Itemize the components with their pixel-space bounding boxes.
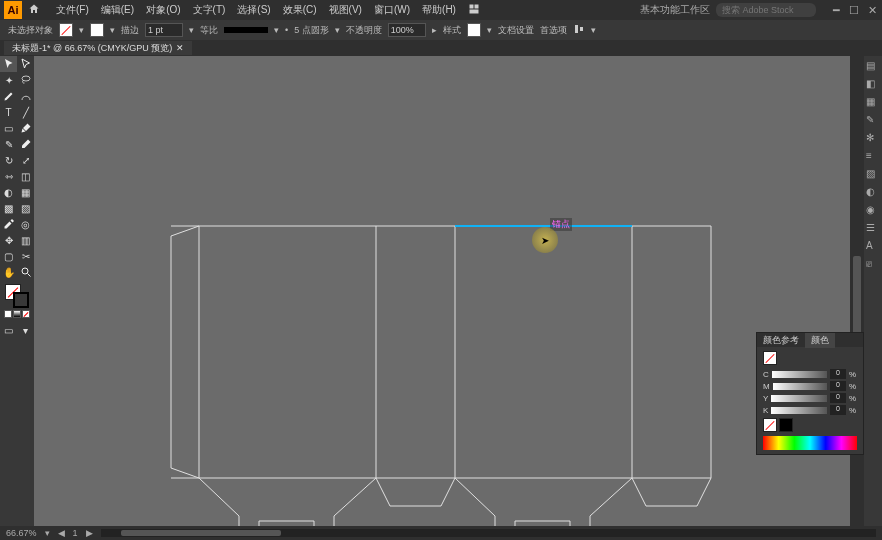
channel-y-slider[interactable] xyxy=(771,395,827,402)
panel-icon-libraries[interactable]: ◧ xyxy=(866,78,880,92)
channel-c-value[interactable]: 0 xyxy=(830,369,846,379)
window-close-icon[interactable]: ✕ xyxy=(866,4,878,16)
tab-close-icon[interactable]: ✕ xyxy=(176,43,184,53)
tool-type[interactable]: T xyxy=(0,104,17,120)
tool-artboard[interactable]: ▢ xyxy=(0,248,17,264)
tool-paintbrush[interactable] xyxy=(17,120,34,136)
tool-zoom[interactable] xyxy=(17,264,34,280)
scrollbar-horizontal-thumb[interactable] xyxy=(121,530,281,536)
scrollbar-horizontal[interactable] xyxy=(101,529,876,537)
panel-icon-gradient[interactable]: ▨ xyxy=(866,168,880,182)
color-panel-tab-guide[interactable]: 颜色参考 xyxy=(757,333,805,348)
document-tab[interactable]: 未标题-1* @ 66.67% (CMYK/GPU 预览) ✕ xyxy=(4,41,192,55)
stroke-indicator[interactable] xyxy=(13,292,29,308)
panel-icon-layers[interactable]: ☰ xyxy=(866,222,880,236)
tool-shape-builder[interactable]: ◐ xyxy=(0,184,17,200)
tool-mesh[interactable]: ▩ xyxy=(0,200,17,216)
canvas[interactable]: 锚点 ➤ xyxy=(34,56,850,526)
tool-column-graph[interactable]: ▥ xyxy=(17,232,34,248)
menu-object[interactable]: 对象(O) xyxy=(140,1,186,19)
stroke-weight-input[interactable] xyxy=(145,23,183,37)
preferences-button[interactable]: 首选项 xyxy=(540,24,567,37)
channel-m-value[interactable]: 0 xyxy=(830,381,846,391)
tool-blend[interactable]: ◎ xyxy=(17,216,34,232)
cp-fill-swatch[interactable] xyxy=(763,351,777,365)
style-swatch[interactable] xyxy=(467,23,481,37)
tool-shaper[interactable]: ✎ xyxy=(0,136,17,152)
color-mode-gradient[interactable] xyxy=(13,310,21,318)
workspace-switcher[interactable]: 基本功能工作区 xyxy=(640,3,710,17)
artboard-next-icon[interactable]: ▶ xyxy=(86,528,93,538)
tool-line[interactable]: ╱ xyxy=(17,104,34,120)
cp-none-swatch[interactable] xyxy=(763,418,777,432)
tool-perspective[interactable]: ▦ xyxy=(17,184,34,200)
color-spectrum[interactable] xyxy=(763,436,857,450)
opacity-input[interactable] xyxy=(388,23,426,37)
panel-icon-brushes[interactable]: ✎ xyxy=(866,114,880,128)
zoom-level[interactable]: 66.67% xyxy=(6,528,37,538)
fill-swatch[interactable] xyxy=(59,23,73,37)
menu-type[interactable]: 文字(T) xyxy=(187,1,232,19)
panel-icon-transparency[interactable]: ◐ xyxy=(866,186,880,200)
menu-select[interactable]: 选择(S) xyxy=(231,1,276,19)
scrollbar-vertical[interactable] xyxy=(850,56,864,526)
panel-icon-symbols[interactable]: ✻ xyxy=(866,132,880,146)
stroke-swatch[interactable] xyxy=(90,23,104,37)
menu-view[interactable]: 视图(V) xyxy=(323,1,368,19)
align-icon[interactable] xyxy=(573,23,585,37)
brush-label: 5 点圆形 xyxy=(294,24,329,37)
panel-icon-appearance[interactable]: ◉ xyxy=(866,204,880,218)
panel-icon-type[interactable]: A xyxy=(866,240,880,254)
tool-curvature[interactable] xyxy=(17,88,34,104)
tool-eraser[interactable] xyxy=(17,136,34,152)
menu-window[interactable]: 窗口(W) xyxy=(368,1,416,19)
screen-mode[interactable]: ▭ xyxy=(0,322,17,338)
channel-k-value[interactable]: 0 xyxy=(830,405,846,415)
home-icon[interactable] xyxy=(28,3,42,17)
tool-eyedropper[interactable] xyxy=(0,216,17,232)
panel-icon-align[interactable]: ⎚ xyxy=(866,258,880,272)
tool-width[interactable]: ⇿ xyxy=(0,168,17,184)
color-panel-tab-color[interactable]: 颜色 xyxy=(805,333,835,348)
tool-slice[interactable]: ✂ xyxy=(17,248,34,264)
search-input[interactable] xyxy=(716,3,816,17)
panel-icon-stroke[interactable]: ≡ xyxy=(866,150,880,164)
fill-stroke-indicator[interactable] xyxy=(0,284,34,318)
channel-k-slider[interactable] xyxy=(771,407,827,414)
tool-gradient[interactable]: ▨ xyxy=(17,200,34,216)
color-mode-none[interactable] xyxy=(22,310,30,318)
screen-mode-dropdown[interactable]: ▾ xyxy=(17,322,34,338)
tool-pen[interactable] xyxy=(0,88,17,104)
panel-icon-properties[interactable]: ▤ xyxy=(866,60,880,74)
tool-rotate[interactable]: ↻ xyxy=(0,152,17,168)
tool-selection[interactable] xyxy=(0,56,17,72)
tool-rectangle[interactable]: ▭ xyxy=(0,120,17,136)
tool-lasso[interactable] xyxy=(17,72,34,88)
window-maximize-icon[interactable]: ☐ xyxy=(848,4,860,16)
cp-black-swatch[interactable] xyxy=(779,418,793,432)
channel-m-slider[interactable] xyxy=(773,383,827,390)
menu-effect[interactable]: 效果(C) xyxy=(277,1,323,19)
panel-icon-swatches[interactable]: ▦ xyxy=(866,96,880,110)
menu-arrange-icon[interactable] xyxy=(462,1,486,19)
tool-magic-wand[interactable]: ✦ xyxy=(0,72,17,88)
menu-help[interactable]: 帮助(H) xyxy=(416,1,462,19)
channel-y-value[interactable]: 0 xyxy=(830,393,846,403)
artboard-number[interactable]: 1 xyxy=(73,528,78,538)
channel-c-slider[interactable] xyxy=(772,371,827,378)
tool-direct-selection[interactable] xyxy=(17,56,34,72)
artboard-prev-icon[interactable]: ◀ xyxy=(58,528,65,538)
color-mode-solid[interactable] xyxy=(4,310,12,318)
opacity-label: 不透明度 xyxy=(346,24,382,37)
tool-free-transform[interactable]: ◫ xyxy=(17,168,34,184)
window-minimize-icon[interactable]: ━ xyxy=(830,4,842,16)
svg-rect-3 xyxy=(575,25,578,33)
menu-file[interactable]: 文件(F) xyxy=(50,1,95,19)
tool-symbol-sprayer[interactable]: ✥ xyxy=(0,232,17,248)
tool-scale[interactable]: ⤢ xyxy=(17,152,34,168)
menu-edit[interactable]: 编辑(E) xyxy=(95,1,140,19)
tool-hand[interactable]: ✋ xyxy=(0,264,17,280)
channel-k-label: K xyxy=(763,406,768,415)
doc-setup-button[interactable]: 文档设置 xyxy=(498,24,534,37)
stroke-profile[interactable] xyxy=(224,27,268,33)
